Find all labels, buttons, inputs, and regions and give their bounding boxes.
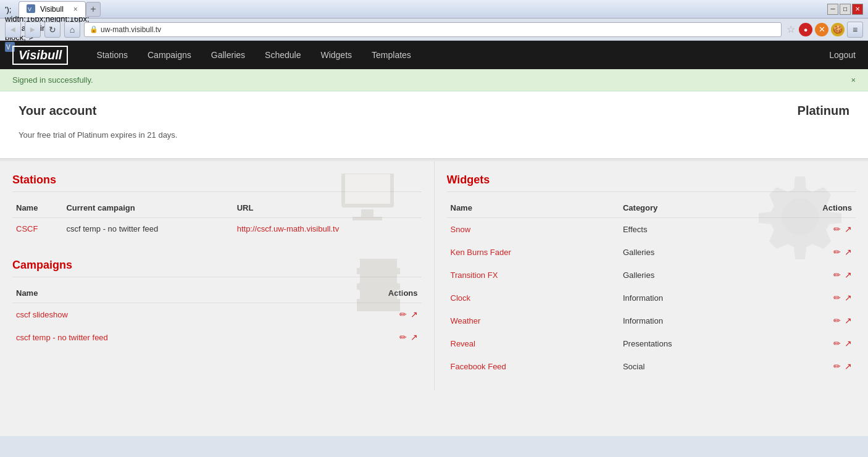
svg-text:V: V bbox=[28, 6, 31, 12]
alert-banner: Signed in successfully. × bbox=[0, 69, 868, 91]
nav-templates[interactable]: Templates bbox=[362, 41, 421, 69]
widget-row: Reveal Presentations ✏ ↗ bbox=[447, 332, 856, 355]
svg-rect-6 bbox=[361, 209, 373, 217]
right-column: Widgets Name Category Actions Snow Effec… bbox=[435, 161, 869, 390]
svg-rect-13 bbox=[397, 259, 403, 268]
back-button[interactable]: ◀ bbox=[5, 22, 21, 38]
toolbar-icons: ● ✕ 🍪 ≡ bbox=[799, 22, 863, 38]
expand-icon[interactable]: ↗ bbox=[411, 309, 418, 319]
home-button[interactable]: ⌂ bbox=[64, 22, 80, 38]
widget-edit-icon[interactable]: ✏ bbox=[833, 361, 841, 371]
account-info: Your account Your free trial of Platinum… bbox=[19, 104, 178, 140]
nav-galleries[interactable]: Galleries bbox=[201, 41, 255, 69]
widget-actions: ✏ ↗ bbox=[762, 287, 856, 309]
addon-icon-yellow[interactable]: 🍪 bbox=[831, 23, 845, 36]
alert-close-icon[interactable]: × bbox=[851, 75, 856, 85]
widget-edit-icon[interactable]: ✏ bbox=[833, 270, 841, 280]
widget-row: Facebook Feed Social ✏ ↗ bbox=[447, 355, 856, 378]
widget-row: Weather Information ✏ ↗ bbox=[447, 309, 856, 332]
stations-section: Stations Name Current campaign URL CSCF … bbox=[12, 174, 422, 240]
bookmark-icon[interactable]: ☆ bbox=[787, 23, 795, 35]
station-url-link[interactable]: http://cscf.uw-math.visibull.tv bbox=[237, 224, 339, 233]
addon-icon-orange[interactable]: ✕ bbox=[815, 23, 828, 36]
campaign-name-link[interactable]: cscf slideshow bbox=[16, 310, 68, 319]
widget-actions: ✏ ↗ bbox=[762, 355, 856, 378]
svg-rect-7 bbox=[353, 217, 382, 220]
gear-decoration bbox=[751, 174, 849, 268]
station-campaign: cscf temp - no twitter feed bbox=[62, 218, 233, 240]
forward-button[interactable]: ▶ bbox=[25, 22, 41, 38]
logout-link[interactable]: Logout bbox=[829, 50, 856, 60]
url-text: uw-math.visibull.tv bbox=[101, 25, 161, 34]
stations-col-campaign: Current campaign bbox=[62, 198, 233, 218]
widget-edit-icon[interactable]: ✏ bbox=[833, 338, 841, 348]
svg-rect-5 bbox=[345, 174, 390, 204]
widget-category: Presentations bbox=[619, 332, 762, 355]
trial-message: Your free trial of Platinum expires in 2… bbox=[19, 130, 178, 140]
widgets-col-name: Name bbox=[447, 198, 619, 218]
browser-tab-active[interactable]: V Visibull × bbox=[19, 1, 86, 17]
new-tab-button[interactable]: + bbox=[86, 2, 101, 17]
stations-col-name: Name bbox=[12, 198, 62, 218]
nav-campaigns[interactable]: Campaigns bbox=[138, 41, 201, 69]
close-button[interactable]: ✕ bbox=[852, 4, 863, 15]
browser-favicon: '); width:16px;height:16px; display:inli… bbox=[5, 5, 14, 14]
account-tier: Platinum bbox=[798, 104, 849, 118]
main-content: Stations Name Current campaign URL CSCF … bbox=[0, 161, 868, 390]
svg-rect-8 bbox=[357, 259, 378, 311]
window-controls: ─ □ ✕ bbox=[827, 4, 863, 15]
nav-schedule[interactable]: Schedule bbox=[255, 41, 311, 69]
widget-name-link[interactable]: Reveal bbox=[451, 339, 475, 348]
widget-name-link[interactable]: Clock bbox=[451, 293, 471, 303]
site-logo[interactable]: Visibull bbox=[12, 46, 68, 65]
widget-row: Clock Information ✏ ↗ bbox=[447, 287, 856, 309]
account-section: Your account Your free trial of Platinum… bbox=[0, 91, 868, 159]
widget-name-link[interactable]: Weather bbox=[451, 316, 481, 325]
edit-icon[interactable]: ✏ bbox=[399, 332, 407, 342]
reload-button[interactable]: ↻ bbox=[44, 22, 61, 38]
minimize-button[interactable]: ─ bbox=[827, 4, 838, 15]
svg-rect-10 bbox=[354, 259, 360, 268]
widget-category: Effects bbox=[619, 218, 762, 241]
nav-widgets[interactable]: Widgets bbox=[311, 41, 362, 69]
widget-edit-icon[interactable]: ✏ bbox=[833, 316, 841, 325]
menu-icon: ≡ bbox=[853, 25, 858, 35]
widget-category: Galleries bbox=[619, 264, 762, 287]
widgets-col-category: Category bbox=[619, 198, 762, 218]
expand-icon[interactable]: ↗ bbox=[411, 332, 418, 342]
campaign-row: cscf temp - no twitter feed ✏ ↗ bbox=[12, 326, 422, 349]
widget-expand-icon[interactable]: ↗ bbox=[845, 293, 852, 303]
widget-category: Information bbox=[619, 287, 762, 309]
widget-name-link[interactable]: Snow bbox=[451, 225, 471, 234]
widgets-section: Widgets Name Category Actions Snow Effec… bbox=[447, 174, 856, 378]
widget-name-link[interactable]: Facebook Feed bbox=[451, 362, 506, 371]
maximize-button[interactable]: □ bbox=[840, 4, 851, 15]
campaigns-col-name: Name bbox=[12, 283, 311, 303]
close-icon: ✕ bbox=[855, 6, 860, 12]
campaigns-section: Campaigns Name Actions cscf slideshow ✏ bbox=[12, 259, 422, 349]
account-title: Your account bbox=[19, 104, 178, 118]
nav-links: Stations Campaigns Galleries Schedule Wi… bbox=[86, 41, 420, 69]
addon-icon-red[interactable]: ● bbox=[799, 23, 812, 36]
widget-expand-icon[interactable]: ↗ bbox=[845, 316, 852, 325]
widget-name-link[interactable]: Ken Burns Fader bbox=[451, 248, 511, 257]
widget-category: Information bbox=[619, 309, 762, 332]
widget-name-link[interactable]: Transition FX bbox=[451, 270, 498, 280]
station-name-link[interactable]: CSCF bbox=[16, 224, 38, 233]
tab-favicon: V bbox=[27, 4, 35, 15]
svg-rect-12 bbox=[354, 290, 360, 299]
tab-title: Visibull bbox=[40, 5, 64, 14]
widget-expand-icon[interactable]: ↗ bbox=[845, 270, 852, 280]
monitor-decoration bbox=[335, 174, 403, 231]
widget-expand-icon[interactable]: ↗ bbox=[845, 338, 852, 348]
tab-close-icon[interactable]: × bbox=[73, 5, 78, 14]
widget-actions: ✏ ↗ bbox=[762, 332, 856, 355]
back-icon: ◀ bbox=[10, 26, 15, 33]
address-bar[interactable]: 🔒 uw-math.visibull.tv bbox=[84, 22, 782, 37]
campaign-name-link[interactable]: cscf temp - no twitter feed bbox=[16, 333, 108, 342]
lock-icon: 🔒 bbox=[90, 25, 98, 33]
nav-stations[interactable]: Stations bbox=[86, 41, 138, 69]
widget-expand-icon[interactable]: ↗ bbox=[845, 361, 852, 371]
widget-edit-icon[interactable]: ✏ bbox=[833, 293, 841, 303]
menu-button[interactable]: ≡ bbox=[847, 22, 863, 38]
